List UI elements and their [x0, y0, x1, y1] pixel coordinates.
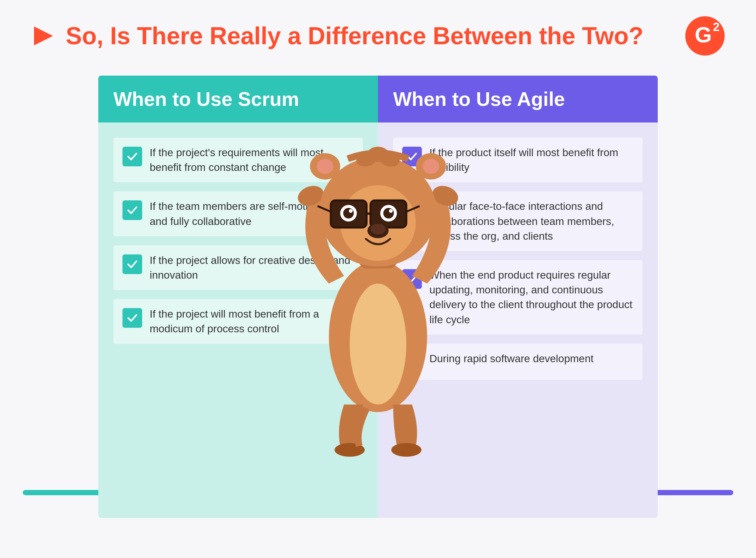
scrum-check-icon-2: [122, 200, 142, 220]
svg-point-14: [423, 159, 439, 174]
otter-illustration: [280, 64, 476, 465]
svg-marker-0: [34, 26, 53, 45]
svg-point-27: [370, 224, 386, 234]
svg-point-23: [383, 208, 394, 219]
header: So, Is There Really a Difference Between…: [0, 0, 756, 64]
page-title: So, Is There Really a Difference Between…: [66, 22, 643, 50]
svg-point-12: [317, 159, 333, 174]
svg-point-5: [350, 284, 406, 405]
arrow-icon: [30, 23, 57, 49]
svg-point-24: [349, 209, 353, 213]
svg-point-22: [343, 208, 354, 219]
svg-text:G: G: [695, 22, 712, 47]
svg-point-25: [389, 209, 393, 213]
g2-logo: G 2: [684, 15, 726, 57]
mascot: [280, 64, 476, 480]
main-content: When to Use Scrum If the project's requi…: [0, 64, 756, 518]
scrum-check-icon-1: [122, 147, 142, 166]
header-left: So, Is There Really a Difference Between…: [30, 22, 643, 50]
scrum-check-icon-4: [122, 308, 142, 328]
svg-point-29: [391, 443, 421, 457]
svg-text:2: 2: [713, 20, 720, 34]
scrum-check-icon-3: [122, 254, 142, 274]
